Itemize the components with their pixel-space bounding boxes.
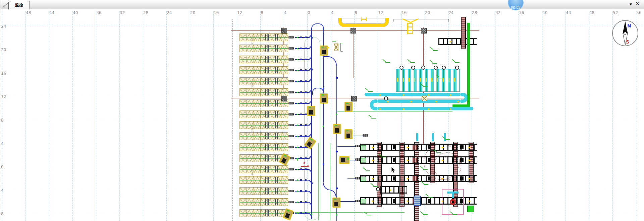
conveyor-arrow: ◄ <box>457 100 459 103</box>
path-node <box>323 126 324 127</box>
agv-icon[interactable] <box>333 124 341 134</box>
h-ruler-tick: 4 <box>331 10 334 15</box>
annotation-leader <box>365 88 369 91</box>
agv-path-branch <box>323 56 329 57</box>
rack-row <box>239 33 288 41</box>
dock-coupler <box>288 190 294 192</box>
conveyor-dark-block <box>460 158 464 162</box>
rack-dark-bay <box>265 133 269 139</box>
agv-path-branch <box>337 146 356 147</box>
conveyor-dark-block <box>428 158 431 162</box>
path-node <box>305 179 307 181</box>
compass-icon: N S <box>611 19 639 47</box>
annotation-leader <box>364 212 367 214</box>
path-node <box>300 212 302 214</box>
rack-row <box>239 110 288 118</box>
path-node <box>305 168 307 170</box>
path-node <box>305 69 307 71</box>
layout-canvas[interactable]: 4200320032001800XY►►◄►►◄►►◄►►◄►►►►►►►►►►… <box>0 0 644 221</box>
path-node <box>305 48 307 49</box>
conveyor-arrow: ► <box>379 107 382 110</box>
h-ruler-tick: 28 <box>472 10 477 15</box>
conveyor-arrow: ► <box>450 40 452 43</box>
annotation-mark <box>424 184 428 185</box>
path-node <box>300 201 302 203</box>
sorter-lane-arrow <box>454 78 455 82</box>
conveyor-arrow: ► <box>469 199 471 203</box>
sorter-lane-arrow <box>397 78 398 82</box>
conveyor-arrow: ► <box>390 188 392 192</box>
dimension-label: 4200 <box>251 38 254 44</box>
h-ruler-tick: 40 <box>73 10 78 15</box>
rack-dark-bay <box>265 89 269 95</box>
rack-dark-bay <box>265 100 269 106</box>
rack-row <box>239 45 288 52</box>
h-ruler-tick: 48 <box>589 10 594 15</box>
sorter-lane-arrow <box>409 78 410 82</box>
dock-coupler <box>288 146 294 148</box>
path-node <box>300 59 302 60</box>
path-node <box>336 188 338 189</box>
path-node <box>336 214 337 216</box>
dock-coupler <box>288 36 294 39</box>
dock-coupler <box>355 145 361 147</box>
path-node <box>305 157 307 159</box>
serpentine-band <box>377 99 461 103</box>
agv-icon[interactable] <box>307 106 315 116</box>
path-node-green <box>297 125 298 126</box>
sorter-lane-arrow <box>426 78 427 82</box>
column-hatch-square <box>281 28 287 33</box>
path-node <box>305 80 307 82</box>
conveyor-row: ► <box>380 186 407 194</box>
agv-icon[interactable] <box>344 102 353 112</box>
serpentine-uturn-left <box>370 99 377 110</box>
tab-monitor[interactable]: 监控 <box>8 1 30 9</box>
annotation-mark <box>423 169 428 170</box>
h-ruler-tick: 20 <box>190 10 195 15</box>
rack-dark-bay <box>265 166 269 172</box>
bracket-symbol <box>340 43 343 52</box>
agv-icon[interactable] <box>320 93 328 103</box>
dock-coupler <box>288 80 294 82</box>
chevron-down-icon[interactable]: ▼ <box>630 3 632 6</box>
annotation-mark <box>423 86 428 87</box>
agv-icon[interactable] <box>344 129 353 139</box>
conveyor-dark-block <box>393 145 396 149</box>
h-ruler-tick: 12 <box>378 10 383 15</box>
h-ruler-tick: 48 <box>26 10 31 15</box>
rack-row <box>239 99 288 107</box>
path-node <box>305 36 307 38</box>
annotation-mark <box>423 214 428 215</box>
dock-coupler <box>288 135 294 137</box>
agv-icon[interactable] <box>332 198 340 208</box>
close-icon[interactable]: ✕ <box>636 1 640 7</box>
path-node-green <box>297 213 298 214</box>
path-node <box>300 69 302 71</box>
column-grid-line-v <box>353 27 354 78</box>
conveyor-dark-block <box>428 199 431 203</box>
top-conveyor-row <box>438 38 477 45</box>
v-ruler-tick: 20 <box>1 48 6 52</box>
rack-dark-bay <box>275 78 279 84</box>
path-node <box>300 80 302 82</box>
clamp-icon <box>434 66 438 70</box>
v-ruler-tick: 12 <box>1 94 6 99</box>
clamp-icon <box>442 66 446 70</box>
annotation-mark <box>439 78 444 78</box>
green-pipe-v <box>467 23 470 107</box>
green-station-box <box>467 206 474 212</box>
conveyor-dark-block <box>460 176 464 180</box>
conveyor-arrow: ► <box>428 107 431 110</box>
v-ruler-tick: 16 <box>1 71 6 76</box>
conveyor-arrow: ► <box>442 158 444 162</box>
agv-icon[interactable] <box>339 156 350 164</box>
annotation-leader <box>371 183 374 186</box>
v-ruler-tick: 0 <box>1 165 4 169</box>
conveyor-arrow: ► <box>469 158 471 162</box>
path-node-green <box>297 59 298 60</box>
annotation-leader <box>430 47 434 50</box>
path-node-green <box>297 114 298 115</box>
path-node <box>300 48 302 49</box>
annotation-leader <box>363 167 366 170</box>
path-node-green <box>297 48 298 49</box>
